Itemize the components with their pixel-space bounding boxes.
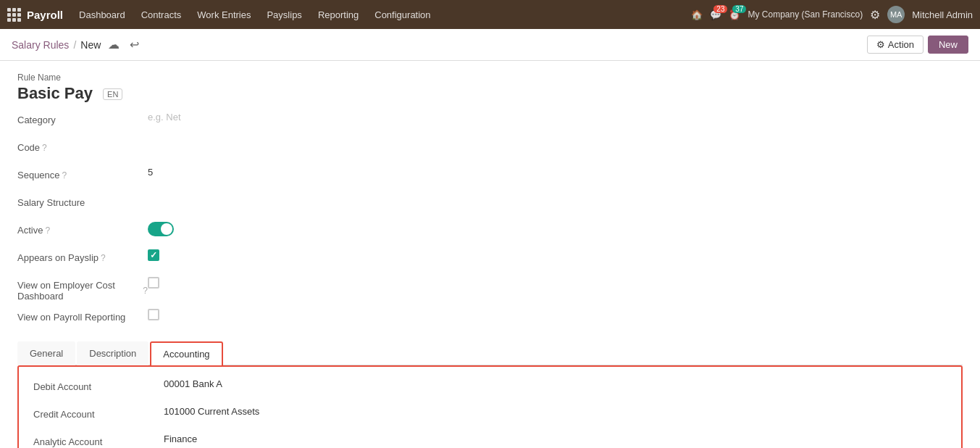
active-field: Active ?: [17, 222, 963, 242]
salary-structure-label: Salary Structure: [17, 194, 148, 208]
credit-account-value: 101000 Current Assets: [164, 406, 259, 417]
active-toggle[interactable]: [148, 222, 174, 236]
debit-account-input-area[interactable]: 00001 Bank A: [164, 378, 947, 389]
activities-icon-btn[interactable]: ⏰ 37: [729, 9, 740, 20]
navbar-right: 🏠 💬 23 ⏰ 37 My Company (San Francisco) ⚙…: [691, 6, 973, 23]
navbar-menu: Dashboard Contracts Work Entries Payslip…: [72, 7, 688, 23]
appears-on-payslip-label: Appears on Payslip ?: [17, 249, 148, 263]
messages-badge: 23: [713, 5, 727, 13]
category-field: Category e.g. Net: [17, 112, 963, 132]
code-label: Code ?: [17, 139, 148, 153]
app-name[interactable]: Payroll: [27, 9, 63, 21]
breadcrumb-parent-link[interactable]: Salary Rules: [12, 39, 69, 51]
category-input-area[interactable]: e.g. Net: [148, 112, 963, 123]
support-icon: 🏠: [691, 9, 703, 20]
gear-icon: ⚙: [876, 39, 885, 50]
action-button[interactable]: ⚙ Action: [867, 36, 924, 54]
nav-contracts[interactable]: Contracts: [134, 7, 189, 23]
analytic-account-field: Analytic Account Finance: [33, 434, 947, 448]
breadcrumb-actions: ⚙ Action New: [867, 36, 968, 54]
analytic-account-label: Analytic Account: [33, 434, 164, 447]
employer-cost-help-icon: ?: [143, 286, 148, 296]
nav-dashboard[interactable]: Dashboard: [72, 7, 133, 23]
employer-cost-checkbox-area[interactable]: [148, 277, 963, 289]
appears-on-payslip-field: Appears on Payslip ?: [17, 249, 963, 270]
main-content: Rule Name Basic Pay EN Category e.g. Net…: [0, 61, 980, 448]
rule-name-value: Basic Pay EN: [17, 84, 963, 103]
new-button[interactable]: New: [928, 36, 968, 54]
rule-name-label: Rule Name: [17, 72, 963, 83]
code-field: Code ?: [17, 139, 963, 159]
employer-cost-checkbox[interactable]: [148, 277, 159, 289]
support-icon-btn[interactable]: 🏠: [691, 9, 703, 20]
category-label: Category: [17, 112, 148, 125]
activities-badge: 37: [732, 5, 746, 13]
sequence-field: Sequence ? 5: [17, 167, 963, 187]
nav-payslips[interactable]: Payslips: [259, 7, 309, 23]
tab-description[interactable]: Description: [77, 341, 148, 365]
credit-account-label: Credit Account: [33, 406, 164, 420]
tab-accounting[interactable]: Accounting: [150, 341, 222, 365]
settings-icon[interactable]: ⚙: [870, 8, 880, 22]
analytic-account-value: Finance: [164, 434, 197, 444]
debit-account-label: Debit Account: [33, 378, 164, 392]
sequence-input-area[interactable]: 5: [148, 167, 963, 178]
breadcrumb: Salary Rules / New ☁ ↩: [12, 35, 142, 54]
grid-icon: [7, 8, 21, 22]
breadcrumb-bar: Salary Rules / New ☁ ↩ ⚙ Action New: [0, 29, 980, 61]
avatar[interactable]: MA: [887, 6, 905, 23]
payroll-reporting-checkbox[interactable]: [148, 309, 159, 320]
nav-work-entries[interactable]: Work Entries: [190, 7, 258, 23]
lang-badge[interactable]: EN: [103, 88, 122, 100]
tab-general[interactable]: General: [17, 341, 75, 365]
messages-icon-btn[interactable]: 💬 23: [710, 9, 721, 20]
nav-configuration[interactable]: Configuration: [367, 7, 437, 23]
app-brand[interactable]: Payroll: [7, 8, 63, 22]
sequence-value: 5: [148, 167, 153, 178]
payroll-reporting-checkbox-area[interactable]: [148, 309, 963, 320]
rule-name-section: Rule Name Basic Pay EN: [17, 72, 963, 103]
undo-icon[interactable]: ↩: [127, 35, 142, 54]
salary-structure-field: Salary Structure: [17, 194, 963, 215]
payroll-reporting-label: View on Payroll Reporting: [17, 309, 148, 323]
form-container: Rule Name Basic Pay EN Category e.g. Net…: [0, 61, 980, 448]
appears-on-payslip-checkbox[interactable]: [148, 249, 159, 261]
user-name[interactable]: Mitchell Admin: [912, 9, 973, 20]
breadcrumb-current: New: [80, 39, 101, 51]
active-label: Active ?: [17, 222, 148, 236]
breadcrumb-separator: /: [73, 39, 76, 51]
debit-account-value: 00001 Bank A: [164, 378, 222, 389]
sequence-label: Sequence ?: [17, 167, 148, 181]
appears-on-payslip-checkbox-area[interactable]: [148, 249, 963, 261]
sequence-help-icon: ?: [62, 170, 67, 181]
credit-account-field: Credit Account 101000 Current Assets: [33, 406, 947, 426]
payroll-reporting-field: View on Payroll Reporting: [17, 309, 963, 329]
credit-account-input-area[interactable]: 101000 Current Assets: [164, 406, 947, 417]
cloud-save-icon[interactable]: ☁: [105, 35, 122, 54]
debit-account-field: Debit Account 00001 Bank A: [33, 378, 947, 399]
nav-reporting[interactable]: Reporting: [311, 7, 366, 23]
accounting-section: Debit Account 00001 Bank A Credit Accoun…: [17, 365, 963, 448]
employer-cost-label: View on Employer Cost Dashboard ?: [17, 277, 148, 302]
code-help-icon: ?: [42, 143, 47, 153]
navbar: Payroll Dashboard Contracts Work Entries…: [0, 0, 980, 29]
payslip-help-icon: ?: [101, 253, 106, 263]
analytic-account-input-area[interactable]: Finance: [164, 434, 947, 444]
employer-cost-field: View on Employer Cost Dashboard ?: [17, 277, 963, 302]
active-help-icon: ?: [45, 225, 50, 236]
company-name[interactable]: My Company (San Francisco): [747, 9, 863, 20]
tabs: General Description Accounting: [17, 341, 963, 365]
category-placeholder: e.g. Net: [148, 112, 181, 123]
active-toggle-area[interactable]: [148, 222, 963, 236]
